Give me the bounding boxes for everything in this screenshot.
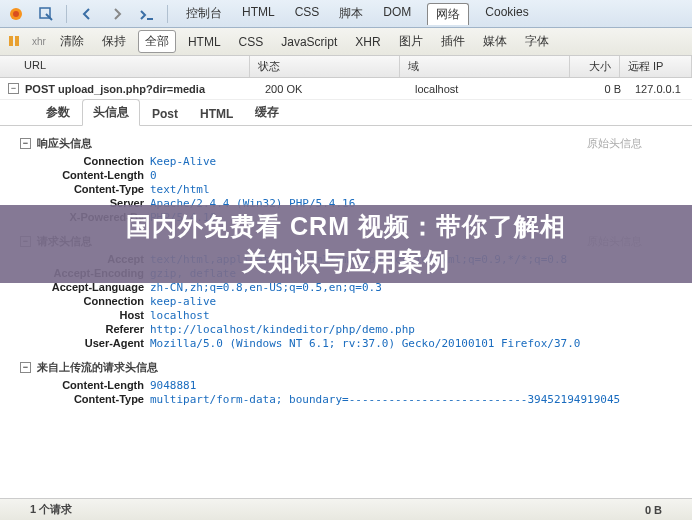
tab-console[interactable]: 控制台 (182, 3, 226, 25)
tab-css[interactable]: CSS (291, 3, 324, 25)
header-value: Mozilla/5.0 (Windows NT 6.1; rv:37.0) Ge… (150, 337, 682, 350)
headers-panel: − 响应头信息 原始头信息 ConnectionKeep-Alive Conte… (0, 126, 692, 486)
tab-dom[interactable]: DOM (379, 3, 415, 25)
response-headers-section[interactable]: − 响应头信息 原始头信息 (20, 136, 682, 151)
filter-xhr[interactable]: XHR (349, 33, 386, 51)
filter-all[interactable]: 全部 (138, 30, 176, 53)
header-key: Host (20, 309, 150, 322)
header-key: Content-Type (20, 393, 150, 406)
header-value: keep-alive (150, 295, 682, 308)
separator (66, 5, 67, 23)
tab-params[interactable]: 参数 (36, 100, 80, 125)
overlay-text: 国内外免费看 CRM 视频：带你了解相关知识与应用案例 (126, 209, 566, 279)
header-key: Content-Length (20, 379, 150, 392)
tab-script[interactable]: 脚本 (335, 3, 367, 25)
panel-tabs: 控制台 HTML CSS 脚本 DOM 网络 Cookies (182, 3, 533, 25)
filter-html[interactable]: HTML (182, 33, 227, 51)
header-value: http://localhost/kindeditor/php/demo.php (150, 323, 682, 336)
header-value: Keep-Alive (150, 155, 682, 168)
tab-html[interactable]: HTML (238, 3, 279, 25)
main-toolbar: 控制台 HTML CSS 脚本 DOM 网络 Cookies (0, 0, 692, 28)
collapse-icon[interactable]: − (8, 83, 19, 94)
column-domain[interactable]: 域 (400, 56, 570, 77)
header-value: text/html (150, 183, 682, 196)
inspect-icon[interactable] (36, 4, 56, 24)
upstream-headers-section[interactable]: − 来自上传流的请求头信息 (20, 360, 682, 375)
request-status: 200 OK (257, 83, 407, 95)
svg-point-1 (13, 11, 19, 17)
console-toggle-icon[interactable] (137, 4, 157, 24)
column-url[interactable]: URL (0, 56, 250, 77)
overlay-banner: 国内外免费看 CRM 视频：带你了解相关知识与应用案例 (0, 205, 692, 283)
request-count: 1 个请求 (30, 502, 72, 517)
header-value: 9048881 (150, 379, 682, 392)
request-ip: 127.0.0.1 (627, 83, 692, 95)
filter-media[interactable]: 媒体 (477, 31, 513, 52)
request-url: POST upload_json.php?dir=media (25, 83, 257, 95)
network-toolbar: xhr 清除 保持 全部 HTML CSS JavaScript XHR 图片 … (0, 28, 692, 56)
header-key: Content-Type (20, 183, 150, 196)
request-domain: localhost (407, 83, 577, 95)
header-key: Content-Length (20, 169, 150, 182)
firebug-icon[interactable] (6, 4, 26, 24)
filter-css[interactable]: CSS (233, 33, 270, 51)
header-value: 0 (150, 169, 682, 182)
column-status[interactable]: 状态 (250, 56, 400, 77)
status-bar: 1 个请求 0 B (0, 498, 692, 520)
filter-plugins[interactable]: 插件 (435, 31, 471, 52)
header-value: localhost (150, 309, 682, 322)
raw-headers-link[interactable]: 原始头信息 (587, 136, 642, 151)
detail-tabs: 参数 头信息 Post HTML 缓存 (0, 100, 692, 126)
forward-icon[interactable] (107, 4, 127, 24)
collapse-icon[interactable]: − (20, 362, 31, 373)
tab-headers[interactable]: 头信息 (82, 99, 140, 126)
column-size[interactable]: 大小 (570, 56, 620, 77)
header-key: Connection (20, 295, 150, 308)
header-key: Referer (20, 323, 150, 336)
persist-button[interactable]: 保持 (96, 31, 132, 52)
persist-icon[interactable] (6, 33, 24, 51)
tab-post[interactable]: Post (142, 103, 188, 125)
filter-fonts[interactable]: 字体 (519, 31, 555, 52)
collapse-icon[interactable]: − (20, 138, 31, 149)
filter-images[interactable]: 图片 (393, 31, 429, 52)
request-row[interactable]: − POST upload_json.php?dir=media 200 OK … (0, 78, 692, 100)
column-ip[interactable]: 远程 IP (620, 56, 692, 77)
tab-html-response[interactable]: HTML (190, 103, 243, 125)
back-icon[interactable] (77, 4, 97, 24)
header-value: multipart/form-data; boundary=----------… (150, 393, 682, 406)
total-size: 0 B (645, 504, 662, 516)
filter-js[interactable]: JavaScript (275, 33, 343, 51)
tab-network[interactable]: 网络 (427, 3, 469, 25)
separator (167, 5, 168, 23)
filter-buttons: 清除 保持 全部 HTML CSS JavaScript XHR 图片 插件 媒… (54, 30, 555, 53)
request-size: 0 B (577, 83, 627, 95)
svg-rect-3 (9, 36, 13, 46)
tab-cache[interactable]: 缓存 (245, 100, 289, 125)
header-key: User-Agent (20, 337, 150, 350)
clear-button[interactable]: 清除 (54, 31, 90, 52)
svg-rect-4 (15, 36, 19, 46)
request-table-header: URL 状态 域 大小 远程 IP (0, 56, 692, 78)
tab-cookies[interactable]: Cookies (481, 3, 532, 25)
header-key: Connection (20, 155, 150, 168)
xhr-label: xhr (32, 36, 46, 47)
